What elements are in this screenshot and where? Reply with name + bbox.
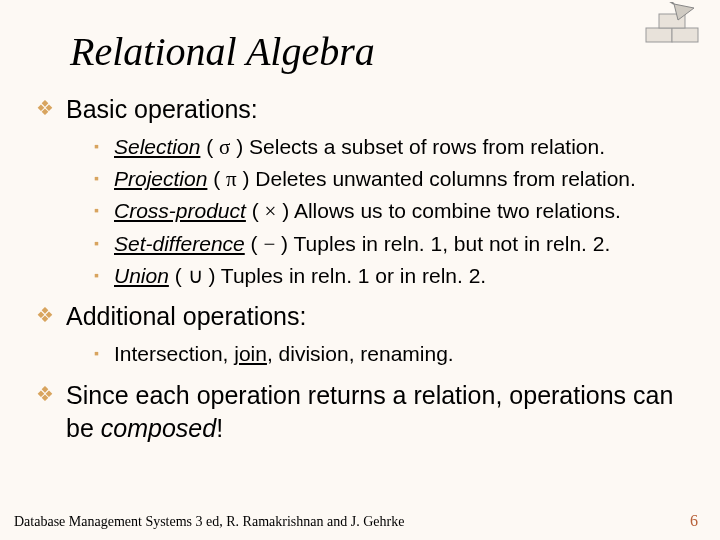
op-desc: Tuples in reln. 1 or in reln. 2. <box>221 264 486 287</box>
svg-rect-0 <box>646 28 672 42</box>
svg-rect-1 <box>672 28 698 42</box>
paren-close: ) <box>237 167 256 190</box>
op-name: Cross-product <box>114 199 246 222</box>
paren-close: ) <box>276 199 294 222</box>
section-closing: Since each operation returns a relation,… <box>36 379 684 447</box>
closing-em: composed <box>101 414 216 442</box>
section-heading: Basic operations: <box>66 95 258 123</box>
section-heading: Additional operations: <box>66 302 306 330</box>
op-name: Union <box>114 264 169 287</box>
op-symbol: σ <box>219 135 230 159</box>
additional-ops-list: Intersection, join, division, renaming. <box>94 340 684 368</box>
slide-title: Relational Algebra <box>70 28 684 75</box>
op-desc: Tuples in reln. 1, but not in reln. 2. <box>294 232 611 255</box>
basic-ops-list: Selection ( σ ) Selects a subset of rows… <box>94 133 684 291</box>
paren-close: ) <box>203 264 221 287</box>
op-name: Projection <box>114 167 207 190</box>
section-basic: Basic operations: Selection ( σ ) Select… <box>36 93 684 290</box>
op-name: Set-difference <box>114 232 245 255</box>
op-union: Union ( ∪ ) Tuples in reln. 1 or in reln… <box>94 262 684 290</box>
footer-text: Database Management Systems 3 ed, R. Ram… <box>14 514 404 530</box>
op-projection: Projection ( π ) Deletes unwanted column… <box>94 165 684 193</box>
page-number: 6 <box>690 512 698 530</box>
text-pre: Intersection, <box>114 342 234 365</box>
paren-open: ( <box>175 264 188 287</box>
paren-open: ( <box>213 167 226 190</box>
additional-ops-item: Intersection, join, division, renaming. <box>94 340 684 368</box>
op-setdifference: Set-difference ( − ) Tuples in reln. 1, … <box>94 230 684 258</box>
closing-post: ! <box>216 414 223 442</box>
paren-open: ( <box>251 232 264 255</box>
op-desc: Deletes unwanted columns from relation. <box>255 167 636 190</box>
brick-trowel-icon <box>644 2 706 48</box>
op-symbol: × <box>265 199 277 223</box>
op-name: Selection <box>114 135 200 158</box>
paren-close: ) <box>275 232 293 255</box>
paren-close: ) <box>230 135 249 158</box>
bullet-list: Basic operations: Selection ( σ ) Select… <box>36 93 684 446</box>
op-desc: Allows us to combine two relations. <box>294 199 621 222</box>
text-post: , division, renaming. <box>267 342 454 365</box>
op-selection: Selection ( σ ) Selects a subset of rows… <box>94 133 684 161</box>
op-desc: Selects a subset of rows from relation. <box>249 135 605 158</box>
section-additional: Additional operations: Intersection, joi… <box>36 300 684 368</box>
op-symbol: ∪ <box>188 264 203 288</box>
paren-open: ( <box>252 199 265 222</box>
paren-open: ( <box>206 135 219 158</box>
svg-line-4 <box>668 2 674 4</box>
op-symbol: π <box>226 167 237 191</box>
op-symbol: − <box>263 232 275 256</box>
op-crossproduct: Cross-product ( × ) Allows us to combine… <box>94 197 684 225</box>
text-join: join <box>234 342 267 365</box>
